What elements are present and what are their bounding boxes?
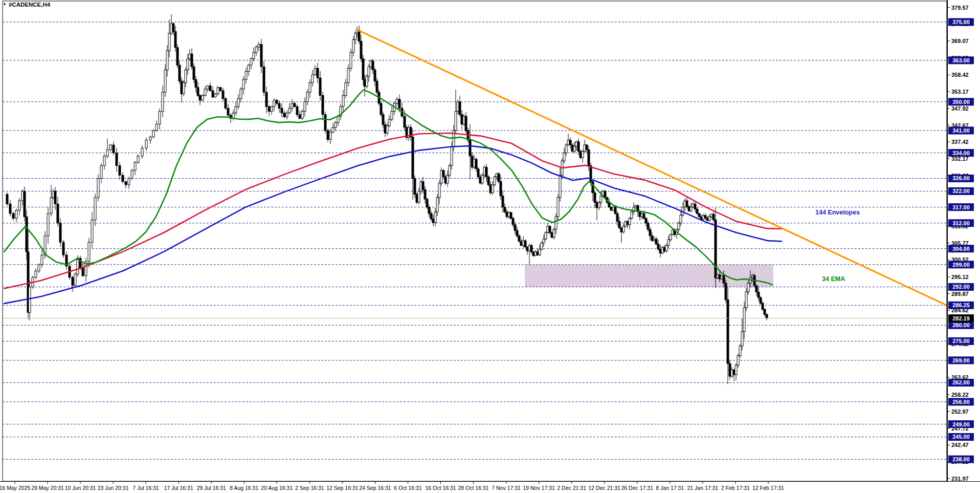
svg-text:245.00: 245.00 — [952, 434, 970, 440]
time-tick-label: 6 Oct 16:31 — [394, 485, 421, 491]
candle — [524, 239, 526, 248]
candle — [350, 49, 352, 71]
candle — [725, 280, 727, 304]
time-tick-label: 21 Jan 17:31 — [687, 485, 718, 491]
svg-text:350.00: 350.00 — [952, 99, 970, 105]
time-tick-label: 20 Aug 16:31 — [261, 485, 293, 491]
price-level-label: 341.00 — [948, 126, 974, 134]
time-tick-label: 2 Dec 21:31 — [557, 485, 586, 491]
time-tick-label: 26 Dec 17:31 — [621, 485, 654, 491]
candle — [97, 174, 99, 201]
time-tick-label: 24 Sep 16:31 — [359, 485, 391, 491]
candle — [551, 231, 553, 238]
price-level-label: 262.00 — [948, 379, 974, 387]
candle — [225, 97, 227, 110]
price-level-label: 256.00 — [948, 398, 974, 405]
time-tick-label: 12 Sep 16:31 — [326, 485, 359, 491]
svg-text:341.00: 341.00 — [952, 127, 970, 134]
time-tick-label: 7 Jul 16:31 — [132, 485, 159, 491]
price-tick-label: 231.97 — [951, 476, 969, 482]
price-level-label: 326.00 — [948, 175, 974, 182]
svg-text:312.00: 312.00 — [952, 220, 970, 226]
price-level-label: 375.00 — [948, 18, 974, 26]
time-tick-label: 19 Nov 17:31 — [523, 485, 555, 491]
candle — [498, 172, 500, 183]
candle — [541, 242, 543, 251]
candle — [152, 130, 154, 139]
candle — [672, 229, 674, 235]
price-tick-label: 358.42 — [951, 72, 969, 78]
price-level-label: 275.00 — [948, 337, 974, 345]
price-tick-label: 347.92 — [951, 105, 969, 112]
svg-text:256.00: 256.00 — [952, 399, 970, 405]
svg-text:262.00: 262.00 — [952, 379, 970, 385]
svg-text:304.00: 304.00 — [952, 246, 970, 252]
price-tick-label: 295.12 — [951, 274, 969, 280]
time-tick-label: 28 Oct 16:31 — [458, 485, 488, 491]
time-tick-label: 29 May 20:31 — [31, 485, 64, 491]
price-tick-label: 353.17 — [951, 89, 969, 95]
candle — [487, 175, 489, 186]
svg-text:363.00: 363.00 — [952, 57, 970, 63]
candle — [545, 231, 547, 241]
candle — [631, 211, 633, 220]
time-tick-label: 8 Aug 16:31 — [230, 485, 258, 491]
svg-text:286.25: 286.25 — [952, 302, 970, 308]
price-tick-label: 369.07 — [951, 38, 969, 44]
price-level-label: 245.00 — [948, 433, 974, 441]
price-tick-label: 337.42 — [951, 139, 969, 145]
price-level-label: 322.00 — [948, 187, 974, 195]
candle — [612, 206, 614, 211]
time-tick-label: 8 Jan 17:31 — [656, 485, 684, 491]
price-level-label: 299.00 — [948, 261, 974, 268]
supply-zone-rectangle[interactable] — [525, 265, 773, 287]
ema-label: 34 EMA — [822, 275, 845, 283]
price-level-label: 350.00 — [948, 98, 974, 105]
price-tick-label: 258.22 — [951, 392, 969, 398]
svg-text:326.00: 326.00 — [952, 175, 970, 181]
time-tick-label: 7 Nov 17:31 — [492, 485, 521, 491]
svg-text:282.19: 282.19 — [952, 315, 970, 321]
candle — [183, 80, 185, 96]
price-level-label: 269.00 — [948, 356, 974, 364]
svg-text:292.00: 292.00 — [952, 284, 970, 290]
svg-text:249.00: 249.00 — [952, 421, 970, 427]
svg-text:299.00: 299.00 — [952, 262, 970, 268]
time-tick-label: 10 Jun 20:31 — [65, 485, 96, 491]
price-level-label: 249.00 — [948, 420, 974, 428]
time-tick-label: 29 Jul 16:31 — [197, 485, 226, 491]
candle — [625, 220, 627, 227]
price-level-label: 334.00 — [948, 149, 974, 157]
candle — [6, 192, 8, 206]
candle — [494, 175, 496, 186]
price-level-label: 363.00 — [948, 56, 974, 64]
candle — [24, 186, 26, 221]
chart-menu-icon[interactable]: ▼ — [3, 2, 7, 7]
price-level-label: 238.00 — [948, 456, 974, 463]
time-tick-label: 2 Feb 17:31 — [721, 485, 750, 491]
price-level-label: 286.25 — [948, 302, 974, 309]
candle — [202, 94, 204, 101]
price-tick-label: 242.47 — [951, 442, 969, 448]
price-tick-label: 289.87 — [951, 291, 969, 297]
chart-window: 379.57374.32369.07363.82358.42353.17347.… — [0, 0, 980, 493]
candle — [416, 193, 418, 204]
envelopes-label: 144 Envelopes — [815, 209, 860, 216]
time-tick-label: 16 May 2025 — [0, 485, 31, 491]
bid-price-label: 282.19 — [948, 314, 974, 322]
svg-text:280.00: 280.00 — [952, 322, 970, 328]
svg-text:317.00: 317.00 — [952, 204, 970, 210]
candle — [510, 211, 512, 219]
svg-text:322.00: 322.00 — [952, 188, 970, 194]
svg-text:269.00: 269.00 — [952, 357, 970, 363]
candle — [74, 272, 76, 288]
candle — [661, 246, 663, 254]
chart-title: #CADENCE,H4 — [9, 2, 50, 8]
price-tick-label: 252.97 — [951, 409, 969, 415]
candle — [176, 44, 179, 68]
price-level-label: 292.00 — [948, 283, 974, 291]
price-tick-label: 379.57 — [951, 5, 969, 11]
price-level-label: 280.00 — [948, 321, 974, 329]
time-tick-label: 12 Feb 17:31 — [752, 485, 784, 491]
time-tick-label: 12 Dec 21:31 — [588, 485, 620, 491]
